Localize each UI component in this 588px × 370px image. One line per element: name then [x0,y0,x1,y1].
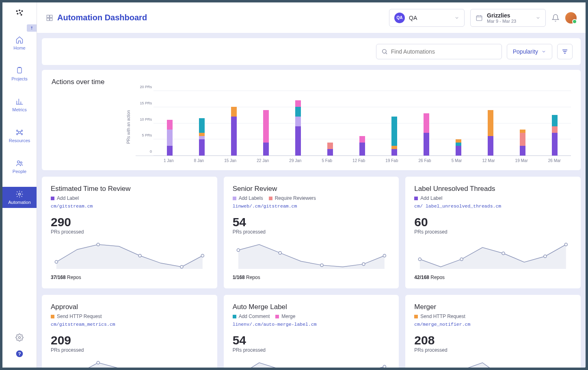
sparkline [51,240,208,269]
chart-bar[interactable] [359,136,365,156]
svg-point-4 [19,12,21,14]
svg-point-33 [383,254,386,257]
sidebar-item-label: Automation [8,200,31,205]
dashboard-icon [46,14,53,22]
help-icon[interactable]: ? [15,350,24,358]
card-repos: 37/168 Repos [51,275,208,280]
svg-point-31 [320,264,323,266]
sparkline [233,359,390,368]
svg-rect-18 [47,15,49,17]
sidebar-item-projects[interactable]: Projects [2,63,37,84]
notifications-icon[interactable] [551,14,560,22]
svg-point-5 [21,14,22,15]
search-field[interactable] [391,48,497,55]
sidebar-item-people[interactable]: People [2,156,37,177]
chevron-down-icon [454,15,459,20]
chart-bar[interactable] [263,110,269,156]
card-title: Auto Merge Label [233,303,390,311]
chart-bar[interactable] [520,130,525,156]
chart-bar[interactable] [167,120,173,156]
svg-point-29 [237,249,240,251]
sort-selector[interactable]: Popularity [507,44,552,59]
svg-point-7 [19,132,21,134]
team-selector[interactable]: QA QA [389,9,465,27]
chart-bar[interactable] [199,118,205,156]
svg-point-37 [544,255,547,257]
card-path: cm/gitstream.cm [51,203,208,209]
sidebar-item-metrics[interactable]: Metrics [2,94,37,115]
actions-over-time-card: Actions over time PRs with an action 05 … [42,70,581,170]
chart-bar[interactable] [552,115,558,156]
sidebar-item-home[interactable]: Home [2,32,37,54]
svg-point-24 [55,260,58,263]
card-title: Merger [414,303,572,311]
svg-point-32 [362,263,365,266]
tag: Add Label [414,195,442,201]
automation-card[interactable]: ApprovalSend HTTP Requestcm/gitstream_me… [42,295,217,368]
chevron-down-icon [541,49,546,54]
tag: Add Labels [233,195,263,201]
logo[interactable] [2,2,37,23]
automation-card[interactable]: MergerSend HTTP Requestcm/merge_notifier… [405,295,581,368]
card-sublabel: PRs processed [233,347,390,353]
filter-bar: Popularity [42,38,581,65]
topbar: Automation Dashboard QA QA Grizzlies Mar… [37,2,586,33]
svg-point-0 [16,10,18,12]
automation-card[interactable]: Senior ReviewAdd LabelsRequire Reviewers… [224,177,399,288]
svg-rect-20 [47,18,49,20]
chart-bar[interactable] [231,107,237,156]
svg-point-35 [460,258,463,261]
sidebar: ⤒ Home Projects Metrics Resources People [2,2,37,368]
card-title: Senior Review [233,185,390,193]
card-sublabel: PRs processed [414,347,572,353]
automation-card[interactable]: Label Unresolved ThreadsAdd Labelcm/ lab… [405,177,581,288]
board-name: Grizzlies [487,12,516,19]
card-value: 290 [51,216,208,228]
sort-icon [562,48,568,55]
page-title: Automation Dashboard [57,13,147,22]
svg-point-23 [382,50,386,53]
team-name: QA [409,15,417,21]
search-icon [381,48,388,55]
team-badge: QA [394,13,405,23]
svg-rect-21 [50,18,52,20]
card-title: Approval [51,303,208,311]
card-path: cm/gitstream_metrics.cm [51,322,208,327]
sidebar-item-automation[interactable]: Automation [2,187,37,208]
svg-point-1 [19,9,20,11]
card-path: cm/ label_unresolved_threads.cm [414,203,572,209]
chart-xticks: 1 Jan8 Jan15 Jan22 Jan29 Jan5 Fab12 Fab1… [153,156,571,163]
chart-bar[interactable] [456,139,461,156]
svg-point-2 [21,10,23,12]
svg-rect-6 [17,68,22,73]
chart-bar[interactable] [295,100,301,156]
card-value: 209 [51,334,208,346]
svg-point-40 [97,361,99,364]
card-path: linenv/.cm/auto-merge-label.cm [233,322,390,327]
settings-icon[interactable] [15,333,24,342]
automation-card[interactable]: Estimated Time to ReviewAdd Labelcm/gits… [42,177,217,288]
sort-direction-button[interactable] [557,44,573,59]
chart-bar[interactable] [327,143,333,156]
card-repos: 1/168 Repos [233,275,390,280]
avatar[interactable] [565,12,577,24]
chart-bar[interactable] [424,113,429,156]
sidebar-item-label: People [13,169,26,174]
chart-bar[interactable] [488,110,493,156]
date-selector[interactable]: Grizzlies Mar 9 - Mar 23 [470,9,546,27]
chart-title: Actions over time [52,78,571,86]
sidebar-item-label: Projects [11,76,28,81]
svg-text:?: ? [18,351,21,356]
tag: Send HTTP Request [414,314,465,319]
sort-label: Popularity [513,48,538,55]
search-input[interactable] [376,44,502,59]
sidebar-item-label: Metrics [12,107,26,112]
tag: Require Reviewers [269,195,316,201]
card-title: Label Unresolved Threads [414,185,572,193]
chart-bar[interactable] [391,117,397,156]
automation-card[interactable]: Auto Merge LabelAdd CommentMergelinenv/.… [224,295,399,368]
sidebar-item-resources[interactable]: Resources [2,125,37,146]
automation-cards: Estimated Time to ReviewAdd Labelcm/gits… [42,177,581,368]
sparkline [233,240,390,269]
pin-icon[interactable]: ⤒ [27,24,37,32]
